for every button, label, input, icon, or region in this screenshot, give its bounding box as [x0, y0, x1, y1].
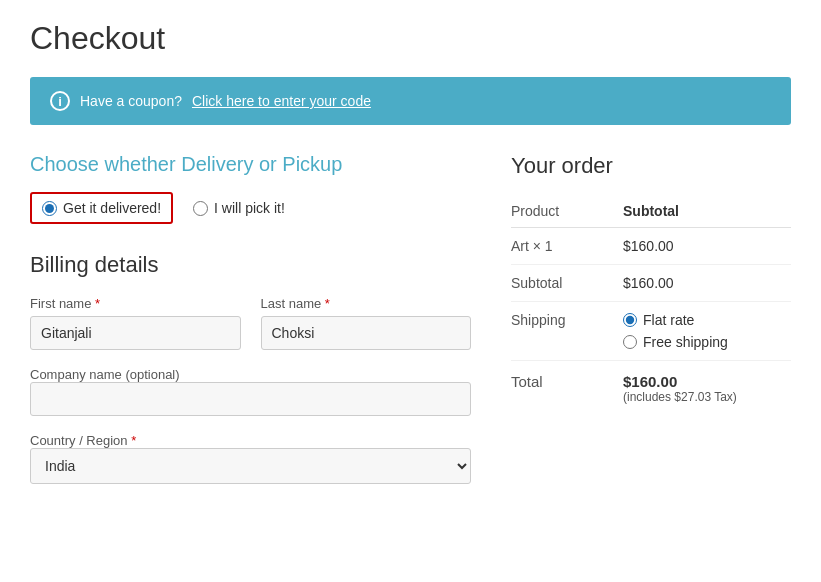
- pickup-radio[interactable]: [193, 201, 208, 216]
- name-row: First name * Last name *: [30, 296, 471, 350]
- free-shipping-option[interactable]: Free shipping: [623, 334, 791, 350]
- free-shipping-label[interactable]: Free shipping: [643, 334, 728, 350]
- tax-note: (includes $27.03 Tax): [623, 390, 791, 404]
- country-select[interactable]: India United States United Kingdom Austr…: [30, 448, 471, 484]
- delivered-label[interactable]: Get it delivered!: [63, 200, 161, 216]
- order-title: Your order: [511, 153, 791, 179]
- shipping-row: Shipping Flat rate Free shipping: [511, 302, 791, 361]
- total-value: $160.00 (includes $27.03 Tax): [623, 361, 791, 415]
- order-summary: Your order Product Subtotal Art × 1 $160…: [511, 153, 791, 500]
- first-name-label: First name *: [30, 296, 241, 311]
- subtotal-row: Subtotal $160.00: [511, 265, 791, 302]
- last-name-required: *: [321, 296, 330, 311]
- product-name: Art × 1: [511, 228, 623, 265]
- total-row: Total $160.00 (includes $27.03 Tax): [511, 361, 791, 415]
- first-name-input[interactable]: [30, 316, 241, 350]
- pickup-option[interactable]: I will pick it!: [193, 200, 285, 216]
- billing-section-title: Billing details: [30, 252, 471, 278]
- coupon-link[interactable]: Click here to enter your code: [192, 93, 371, 109]
- delivered-option[interactable]: Get it delivered!: [30, 192, 173, 224]
- country-label: Country / Region *: [30, 433, 136, 448]
- main-layout: Choose whether Delivery or Pickup Get it…: [30, 153, 791, 500]
- table-row: Art × 1 $160.00: [511, 228, 791, 265]
- company-input[interactable]: [30, 382, 471, 416]
- subtotal-value: $160.00: [623, 265, 791, 302]
- order-table: Product Subtotal Art × 1 $160.00 Subtota…: [511, 195, 791, 414]
- subtotal-label: Subtotal: [511, 265, 623, 302]
- flat-rate-radio[interactable]: [623, 313, 637, 327]
- delivery-section-title: Choose whether Delivery or Pickup: [30, 153, 471, 176]
- subtotal-header: Subtotal: [623, 195, 791, 228]
- page-title: Checkout: [30, 20, 791, 57]
- pickup-label[interactable]: I will pick it!: [214, 200, 285, 216]
- company-group: Company name (optional): [30, 366, 471, 416]
- shipping-label: Shipping: [511, 302, 623, 361]
- coupon-text: Have a coupon?: [80, 93, 182, 109]
- first-name-required: *: [91, 296, 100, 311]
- delivery-options: Get it delivered! I will pick it!: [30, 192, 471, 224]
- product-header: Product: [511, 195, 623, 228]
- left-column: Choose whether Delivery or Pickup Get it…: [30, 153, 471, 500]
- shipping-options: Flat rate Free shipping: [623, 302, 791, 361]
- product-price: $160.00: [623, 228, 791, 265]
- country-group: Country / Region * India United States U…: [30, 432, 471, 484]
- coupon-banner: i Have a coupon? Click here to enter you…: [30, 77, 791, 125]
- info-icon: i: [50, 91, 70, 111]
- last-name-label: Last name *: [261, 296, 472, 311]
- last-name-group: Last name *: [261, 296, 472, 350]
- flat-rate-option[interactable]: Flat rate: [623, 312, 791, 328]
- last-name-input[interactable]: [261, 316, 472, 350]
- company-label: Company name (optional): [30, 367, 180, 382]
- free-shipping-radio[interactable]: [623, 335, 637, 349]
- delivered-radio[interactable]: [42, 201, 57, 216]
- flat-rate-label[interactable]: Flat rate: [643, 312, 694, 328]
- first-name-group: First name *: [30, 296, 241, 350]
- country-required: *: [128, 433, 137, 448]
- total-label: Total: [511, 361, 623, 415]
